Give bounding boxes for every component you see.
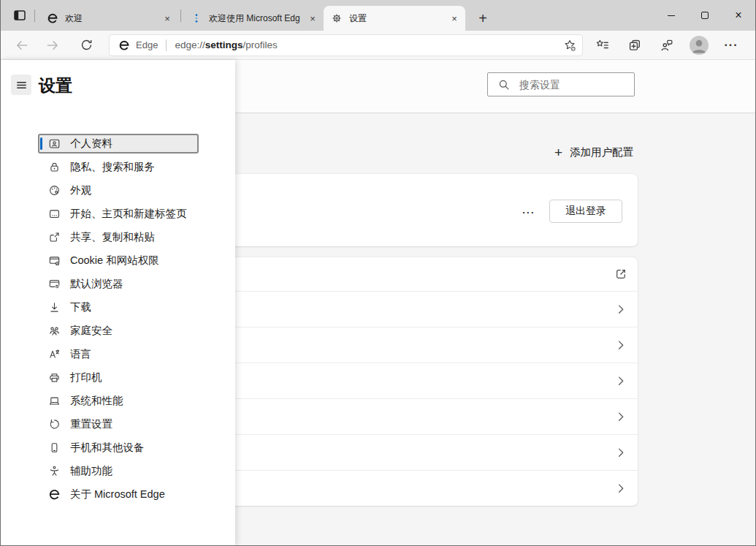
sidebar-item-label: 家庭安全	[70, 324, 112, 338]
collections-button[interactable]	[624, 34, 646, 56]
search-icon	[497, 78, 511, 91]
sidebar-item-9[interactable]: 语言	[38, 344, 199, 364]
tab-close-button[interactable]: ×	[306, 12, 319, 25]
sidebar-item-7[interactable]: 下载	[38, 297, 199, 317]
tab-welcome[interactable]: 欢迎 ×	[39, 6, 178, 31]
settings-nav: 个人资料 隐私、搜索和服务 外观 开始、主页和新建标签页 共享、复制和粘贴 Co…	[38, 134, 199, 508]
add-profile-button[interactable]: + 添加用户配置	[551, 141, 636, 163]
share-icon	[48, 231, 61, 243]
sidebar-item-label: 默认浏览器	[70, 277, 123, 291]
about-edge-icon	[48, 488, 61, 501]
sidebar-item-0[interactable]: 个人资料	[38, 134, 199, 153]
new-tab-button[interactable]: +	[473, 8, 493, 29]
address-divider	[166, 39, 167, 51]
sidebar-item-label: 隐私、搜索和服务	[70, 160, 155, 174]
forward-arrow-icon	[45, 38, 60, 53]
search-settings-input[interactable]	[518, 78, 628, 91]
favorites-list-icon	[595, 38, 610, 53]
profile-card-icon	[48, 137, 61, 150]
sidebar-item-label: 系统和性能	[70, 394, 123, 408]
titlebar: 欢迎 × 欢迎使用 Microsoft Edg × 设置 × + ×	[1, 0, 755, 31]
sidebar-item-3[interactable]: 开始、主页和新建标签页	[38, 204, 199, 224]
chevron-right-icon	[614, 303, 627, 316]
sidebar-item-label: 打印机	[70, 371, 102, 384]
sidebar-item-label: 开始、主页和新建标签页	[70, 207, 187, 221]
sidebar-item-12[interactable]: 重置设置	[38, 414, 199, 434]
blue-dots-icon	[191, 12, 202, 24]
minimize-icon	[668, 15, 675, 16]
sidebar-item-5[interactable]: Cookie 和网站权限	[38, 251, 199, 270]
sidebar-item-11[interactable]: 系统和性能	[38, 391, 199, 411]
chevron-right-icon	[614, 410, 627, 423]
back-button[interactable]	[12, 35, 32, 56]
minimize-button[interactable]	[654, 0, 688, 31]
downloads-icon	[48, 301, 61, 314]
printers-icon	[48, 371, 61, 384]
sign-out-button[interactable]: 退出登录	[549, 200, 622, 223]
external-link-icon	[614, 268, 627, 281]
window-controls: ×	[654, 0, 755, 31]
sidebar-item-14[interactable]: 辅助功能	[38, 461, 199, 481]
forward-button[interactable]	[42, 35, 63, 56]
sidebar-item-label: 共享、复制和粘贴	[70, 230, 155, 244]
accessibility-icon	[48, 465, 61, 477]
chevron-right-icon	[614, 338, 627, 352]
default-browser-icon	[48, 278, 61, 290]
tab-close-button[interactable]: ×	[448, 12, 461, 25]
maximize-button[interactable]	[688, 0, 722, 31]
sidebar-item-label: 语言	[70, 347, 91, 361]
reset-icon	[48, 418, 61, 431]
collections-icon	[627, 38, 642, 53]
url-suffix: /profiles	[243, 39, 277, 50]
browser-window: 欢迎 × 欢迎使用 Microsoft Edg × 设置 × + × Edge	[0, 0, 756, 546]
add-favorite-button[interactable]	[560, 36, 579, 55]
settings-and-more-button[interactable]: ···	[720, 34, 742, 56]
tab-settings-active[interactable]: 设置 ×	[324, 6, 465, 31]
sidebar-item-6[interactable]: 默认浏览器	[38, 274, 199, 294]
profile-avatar-button[interactable]	[688, 34, 710, 56]
url-prefix: edge://	[175, 39, 205, 50]
cookies-permissions-icon	[48, 254, 61, 267]
workspaces-button[interactable]	[9, 5, 30, 26]
appearance-icon	[48, 184, 61, 197]
menu-button[interactable]	[11, 75, 31, 95]
refresh-button[interactable]	[76, 35, 96, 56]
tab-close-button[interactable]: ×	[161, 12, 174, 25]
chevron-right-icon	[614, 482, 627, 495]
browser-toolbar: Edge edge://settings/profiles ···	[1, 31, 755, 60]
tab-title: 设置	[349, 12, 448, 25]
profile-more-options-button[interactable]: ···	[516, 205, 542, 219]
feedback-icon	[660, 38, 674, 53]
chevron-right-icon	[614, 446, 627, 459]
workspaces-icon	[12, 8, 27, 23]
person-avatar-icon	[690, 36, 709, 55]
avatar	[690, 36, 709, 55]
family-safety-icon	[48, 325, 61, 337]
sidebar-item-label: 下载	[70, 300, 91, 314]
sidebar-item-label: 个人资料	[70, 137, 112, 151]
plus-icon: +	[554, 145, 562, 159]
sidebar-item-1[interactable]: 隐私、搜索和服务	[38, 157, 199, 177]
hamburger-icon	[15, 79, 28, 91]
phone-devices-icon	[48, 441, 61, 454]
url-text: edge://settings/profiles	[175, 39, 277, 50]
feedback-button[interactable]	[656, 34, 678, 56]
tab-welcome-microsoft-edge[interactable]: 欢迎使用 Microsoft Edg ×	[183, 6, 324, 31]
address-bar[interactable]: Edge edge://settings/profiles	[109, 34, 583, 56]
sidebar-item-4[interactable]: 共享、复制和粘贴	[38, 227, 199, 247]
sidebar-item-2[interactable]: 外观	[38, 181, 199, 200]
sidebar-item-8[interactable]: 家庭安全	[38, 321, 199, 341]
back-arrow-icon	[15, 38, 29, 53]
sidebar-item-label: 重置设置	[70, 417, 112, 431]
close-window-button[interactable]: ×	[722, 0, 755, 31]
search-box	[487, 72, 635, 96]
settings-page-title: 设置	[39, 75, 72, 97]
site-label: Edge	[136, 39, 158, 50]
sidebar-item-15[interactable]: 关于 Microsoft Edge	[38, 485, 199, 504]
sidebar-item-10[interactable]: 打印机	[38, 368, 199, 387]
close-icon: ×	[735, 10, 741, 21]
favorites-button[interactable]	[592, 34, 614, 56]
sidebar-item-13[interactable]: 手机和其他设备	[38, 438, 199, 458]
more-dots-icon: ···	[725, 39, 738, 52]
sidebar-item-label: Cookie 和网站权限	[70, 254, 159, 268]
